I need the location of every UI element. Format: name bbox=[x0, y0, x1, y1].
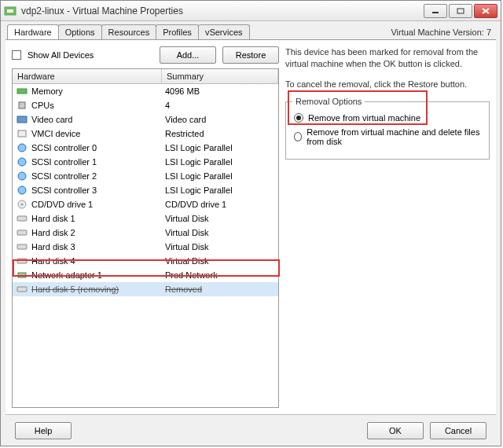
hardware-panel: Show All Devices Add... Restore Hardware… bbox=[12, 46, 279, 408]
hardware-list-body[interactable]: Memory4096 MBCPUs4Video cardVideo cardVM… bbox=[13, 84, 278, 407]
cdrom-icon bbox=[16, 199, 28, 210]
svg-rect-7 bbox=[19, 102, 25, 108]
radio-remove-vm[interactable]: Remove from virtual machine bbox=[294, 113, 481, 123]
hardware-row[interactable]: SCSI controller 2LSI Logic Parallel bbox=[13, 169, 278, 183]
svg-point-12 bbox=[18, 172, 26, 180]
hardware-row[interactable]: Hard disk 3Virtual Disk bbox=[13, 240, 278, 254]
hardware-name: Video card bbox=[31, 115, 165, 124]
radio-icon bbox=[294, 132, 302, 141]
window-controls bbox=[424, 4, 497, 18]
ok-button[interactable]: OK bbox=[367, 422, 424, 439]
hardware-summary: LSI Logic Parallel bbox=[165, 157, 275, 167]
hardware-name: CD/DVD drive 1 bbox=[31, 200, 165, 209]
vm-version-label: Virtual Machine Version: 7 bbox=[391, 28, 494, 37]
add-button[interactable]: Add... bbox=[160, 46, 216, 64]
svg-point-10 bbox=[18, 144, 26, 152]
hardware-name: Hard disk 2 bbox=[31, 228, 165, 237]
hardware-row[interactable]: VMCI deviceRestricted bbox=[13, 127, 278, 141]
disk-icon bbox=[16, 255, 28, 266]
hardware-summary: Prod Network bbox=[165, 270, 275, 280]
titlebar[interactable]: vdp2-linux - Virtual Machine Properties bbox=[1, 1, 501, 21]
restore-button[interactable]: Restore bbox=[222, 46, 279, 64]
hardware-summary: Virtual Disk bbox=[165, 228, 275, 237]
hardware-name: Memory bbox=[31, 86, 165, 96]
hardware-name: Hard disk 1 bbox=[31, 214, 165, 223]
hardware-list: Hardware Summary Memory4096 MBCPUs4Video… bbox=[12, 68, 279, 408]
hardware-row[interactable]: Network adapter 1Prod Network bbox=[13, 268, 278, 282]
hardware-summary: Virtual Disk bbox=[165, 256, 275, 266]
show-all-label: Show All Devices bbox=[28, 50, 94, 60]
hardware-name: SCSI controller 2 bbox=[31, 171, 165, 181]
hardware-list-header: Hardware Summary bbox=[13, 69, 278, 84]
svg-rect-18 bbox=[17, 244, 27, 249]
scsi-icon bbox=[16, 142, 28, 153]
hardware-row[interactable]: Hard disk 5 (removing)Removed bbox=[13, 282, 278, 296]
radio-label-2: Remove from virtual machine and delete f… bbox=[307, 127, 481, 146]
hardware-name: Hard disk 5 (removing) bbox=[31, 285, 165, 294]
hardware-row[interactable]: CD/DVD drive 1CD/DVD drive 1 bbox=[13, 197, 278, 211]
removal-options-legend: Removal Options bbox=[292, 97, 365, 106]
svg-rect-3 bbox=[457, 9, 464, 13]
tab-options[interactable]: Options bbox=[58, 24, 102, 39]
tab-hardware[interactable]: Hardware bbox=[7, 24, 59, 39]
tab-resources[interactable]: Resources bbox=[101, 24, 157, 39]
hardware-row[interactable]: Memory4096 MB bbox=[13, 84, 278, 98]
hardware-summary: LSI Logic Parallel bbox=[165, 143, 275, 152]
hardware-row[interactable]: CPUs4 bbox=[13, 98, 278, 112]
hardware-summary: LSI Logic Parallel bbox=[165, 185, 275, 195]
hardware-row[interactable]: Hard disk 1Virtual Disk bbox=[13, 211, 278, 226]
cpu-icon bbox=[16, 100, 28, 111]
svg-point-11 bbox=[18, 158, 26, 166]
maximize-button[interactable] bbox=[449, 4, 472, 18]
hardware-name: SCSI controller 1 bbox=[31, 157, 165, 167]
tab-vservices[interactable]: vServices bbox=[198, 24, 250, 39]
svg-rect-19 bbox=[17, 259, 27, 263]
cancel-button[interactable]: Cancel bbox=[430, 422, 486, 439]
video-icon bbox=[16, 114, 28, 125]
svg-rect-17 bbox=[17, 230, 27, 235]
vmci-icon bbox=[16, 128, 28, 139]
removal-options-group: Removal Options Remove from virtual mach… bbox=[285, 101, 490, 160]
radio-icon bbox=[294, 113, 303, 123]
tab-profiles[interactable]: Profiles bbox=[156, 24, 199, 39]
tabs: HardwareOptionsResourcesProfilesvService… bbox=[7, 24, 249, 39]
removal-description-2: To cancel the removal, click the Restore… bbox=[285, 79, 490, 90]
app-icon bbox=[4, 5, 17, 17]
hardware-summary: Restricted bbox=[165, 129, 275, 138]
hardware-row[interactable]: SCSI controller 0LSI Logic Parallel bbox=[13, 141, 278, 155]
hardware-name: Hard disk 4 bbox=[31, 256, 165, 266]
svg-rect-6 bbox=[17, 89, 27, 94]
vm-properties-window: vdp2-linux - Virtual Machine Properties … bbox=[0, 0, 501, 446]
bottom-bar: Help OK Cancel bbox=[6, 414, 496, 446]
hardware-summary: CD/DVD drive 1 bbox=[165, 200, 275, 209]
hardware-row[interactable]: Video cardVideo card bbox=[13, 112, 278, 127]
hardware-row[interactable]: Hard disk 2Virtual Disk bbox=[13, 226, 278, 240]
radio-label-1: Remove from virtual machine bbox=[308, 113, 420, 123]
close-button[interactable] bbox=[474, 4, 497, 18]
show-all-checkbox[interactable] bbox=[12, 50, 21, 60]
radio-remove-delete[interactable]: Remove from virtual machine and delete f… bbox=[294, 127, 481, 146]
scsi-icon bbox=[16, 171, 28, 182]
hardware-row[interactable]: SCSI controller 3LSI Logic Parallel bbox=[13, 183, 278, 197]
hardware-row[interactable]: SCSI controller 1LSI Logic Parallel bbox=[13, 155, 278, 169]
devices-row: Show All Devices Add... Restore bbox=[12, 46, 279, 64]
hardware-summary: 4 bbox=[165, 101, 275, 110]
hardware-name: SCSI controller 0 bbox=[31, 143, 165, 152]
hardware-summary: 4096 MB bbox=[165, 86, 275, 96]
hardware-summary: Video card bbox=[165, 115, 275, 124]
svg-rect-8 bbox=[17, 116, 27, 123]
hardware-row[interactable]: Hard disk 4Virtual Disk bbox=[13, 254, 278, 268]
svg-rect-16 bbox=[17, 216, 27, 221]
memory-icon bbox=[16, 86, 28, 97]
svg-point-13 bbox=[18, 186, 26, 194]
help-button[interactable]: Help bbox=[15, 422, 72, 439]
column-summary[interactable]: Summary bbox=[162, 69, 278, 83]
hardware-name: SCSI controller 3 bbox=[31, 185, 165, 195]
window-title: vdp2-linux - Virtual Machine Properties bbox=[21, 6, 424, 17]
scsi-icon bbox=[16, 156, 28, 167]
tabs-row: HardwareOptionsResourcesProfilesvService… bbox=[1, 21, 501, 39]
hardware-summary: Removed bbox=[165, 285, 275, 294]
column-hardware[interactable]: Hardware bbox=[13, 69, 162, 83]
disk-icon bbox=[16, 213, 28, 224]
minimize-button[interactable] bbox=[424, 4, 447, 18]
